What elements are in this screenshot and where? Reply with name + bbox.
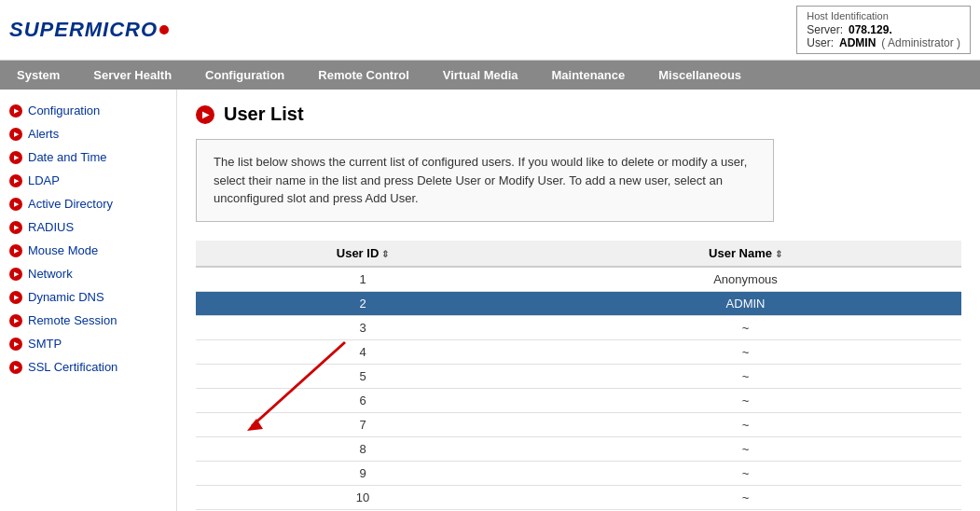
cell-username: ADMIN: [530, 291, 961, 315]
sidebar-item-label: Dynamic DNS: [28, 290, 104, 304]
nav-item-maintenance[interactable]: Maintenance: [534, 61, 642, 90]
sidebar-arrow-icon: [9, 314, 22, 327]
nav-item-remote-control[interactable]: Remote Control: [301, 61, 426, 90]
sidebar-arrow-icon: [9, 244, 22, 257]
table-header-row: User ID⇕ User Name⇕: [196, 241, 961, 267]
sidebar-item-label: Active Directory: [28, 197, 113, 211]
arrow-circle-icon: [9, 361, 22, 374]
sidebar-item-label: Network: [28, 267, 73, 281]
nav-item-server-health[interactable]: Server Health: [76, 61, 188, 90]
user-value: ADMIN: [839, 36, 876, 49]
sidebar-arrow-icon: [9, 221, 22, 234]
navbar: SystemServer HealthConfigurationRemote C…: [0, 61, 980, 90]
sidebar-item-smtp[interactable]: SMTP: [0, 332, 176, 355]
sidebar-item-configuration[interactable]: Configuration: [0, 99, 176, 122]
table-row[interactable]: 3~: [196, 315, 961, 339]
user-row: User: ADMIN ( Administrator ): [807, 36, 960, 49]
cell-username: ~: [530, 461, 961, 485]
cell-userid: 5: [196, 364, 530, 388]
sidebar-item-label: Mouse Mode: [28, 243, 98, 257]
nav-item-configuration[interactable]: Configuration: [188, 61, 301, 90]
table-row[interactable]: 7~: [196, 412, 961, 436]
col-username-header: User Name⇕: [530, 241, 961, 267]
sidebar-item-ssl-certification[interactable]: SSL Certification: [0, 355, 176, 379]
table-row[interactable]: 6~: [196, 388, 961, 412]
sidebar-arrow-icon: [9, 151, 22, 164]
sidebar-arrow-icon: [9, 174, 22, 187]
sidebar-arrow-icon: [9, 338, 22, 351]
sidebar-arrow-icon: [9, 104, 22, 117]
sidebar-item-label: Remote Session: [28, 313, 117, 327]
sidebar-arrow-icon: [9, 291, 22, 304]
info-box: The list below shows the current list of…: [196, 139, 774, 222]
logo-dot: [159, 25, 169, 35]
sidebar-arrow-icon: [9, 268, 22, 281]
arrow-circle-icon: [9, 104, 22, 117]
sidebar-item-label: Date and Time: [28, 150, 107, 164]
arrow-circle-icon: [9, 268, 22, 281]
sidebar-item-label: Alerts: [28, 127, 59, 141]
host-info: Host Identification Server: 078.129. Use…: [796, 6, 971, 54]
sidebar-item-date-and-time[interactable]: Date and Time: [0, 145, 176, 169]
cell-userid: 9: [196, 461, 530, 485]
cell-userid: 6: [196, 388, 530, 412]
page-title: User List: [224, 104, 304, 125]
arrow-circle-icon: [9, 151, 22, 164]
server-value: 078.129.: [849, 23, 892, 36]
table-row[interactable]: 2ADMIN: [196, 291, 961, 315]
table-row[interactable]: 9~: [196, 461, 961, 485]
user-label: User:: [807, 36, 834, 49]
page-title-row: User List: [196, 104, 961, 125]
sidebar-item-network[interactable]: Network: [0, 262, 176, 285]
cell-username: ~: [530, 388, 961, 412]
sidebar-item-alerts[interactable]: Alerts: [0, 122, 176, 145]
logo-text: SUPERMICRO: [9, 18, 158, 42]
host-identification-label: Host Identification: [807, 10, 960, 21]
table-row[interactable]: 8~: [196, 436, 961, 461]
server-row: Server: 078.129.: [807, 23, 960, 36]
cell-userid: 4: [196, 339, 530, 364]
arrow-circle-icon: [9, 174, 22, 187]
cell-userid: 2: [196, 291, 530, 315]
sidebar-item-radius[interactable]: RADIUS: [0, 215, 176, 239]
table-row[interactable]: 10~: [196, 485, 961, 509]
page-title-icon: [196, 105, 214, 124]
table-row[interactable]: 4~: [196, 339, 961, 364]
cell-userid: 7: [196, 412, 530, 436]
table-row[interactable]: 1Anonymous: [196, 267, 961, 292]
cell-userid: 3: [196, 315, 530, 339]
main-layout: ConfigurationAlertsDate and TimeLDAPActi…: [0, 90, 980, 511]
sidebar-item-remote-session[interactable]: Remote Session: [0, 309, 176, 332]
sidebar: ConfigurationAlertsDate and TimeLDAPActi…: [0, 90, 177, 511]
sidebar-arrow-icon: [9, 361, 22, 374]
arrow-circle-icon: [9, 338, 22, 351]
arrow-circle-icon: [9, 244, 22, 257]
user-table: User ID⇕ User Name⇕ 1Anonymous2ADMIN3~4~…: [196, 241, 961, 510]
logo: SUPERMICRO: [9, 18, 169, 42]
nav-item-virtual-media[interactable]: Virtual Media: [426, 61, 535, 90]
sidebar-item-label: Configuration: [28, 104, 100, 117]
cell-userid: 1: [196, 267, 530, 292]
cell-username: ~: [530, 315, 961, 339]
cell-username: Anonymous: [530, 267, 961, 292]
col-userid-header: User ID⇕: [196, 241, 530, 267]
table-row[interactable]: 5~: [196, 364, 961, 388]
table-body: 1Anonymous2ADMIN3~4~5~6~7~8~9~10~: [196, 267, 961, 510]
nav-item-system[interactable]: System: [0, 61, 76, 90]
sidebar-item-label: LDAP: [28, 173, 60, 187]
sidebar-item-label: SSL Certification: [28, 360, 117, 374]
sidebar-item-label: SMTP: [28, 337, 62, 351]
cell-userid: 10: [196, 485, 530, 509]
cell-username: ~: [530, 364, 961, 388]
sidebar-item-dynamic-dns[interactable]: Dynamic DNS: [0, 285, 176, 309]
arrow-circle-icon: [9, 198, 22, 211]
cell-username: ~: [530, 436, 961, 461]
sidebar-item-active-directory[interactable]: Active Directory: [0, 192, 176, 215]
cell-username: ~: [530, 339, 961, 364]
content: User List The list below shows the curre…: [177, 90, 980, 511]
sidebar-item-mouse-mode[interactable]: Mouse Mode: [0, 239, 176, 262]
sidebar-item-ldap[interactable]: LDAP: [0, 169, 176, 192]
nav-item-miscellaneous[interactable]: Miscellaneous: [642, 61, 758, 90]
cell-username: ~: [530, 412, 961, 436]
sidebar-item-label: RADIUS: [28, 220, 74, 234]
